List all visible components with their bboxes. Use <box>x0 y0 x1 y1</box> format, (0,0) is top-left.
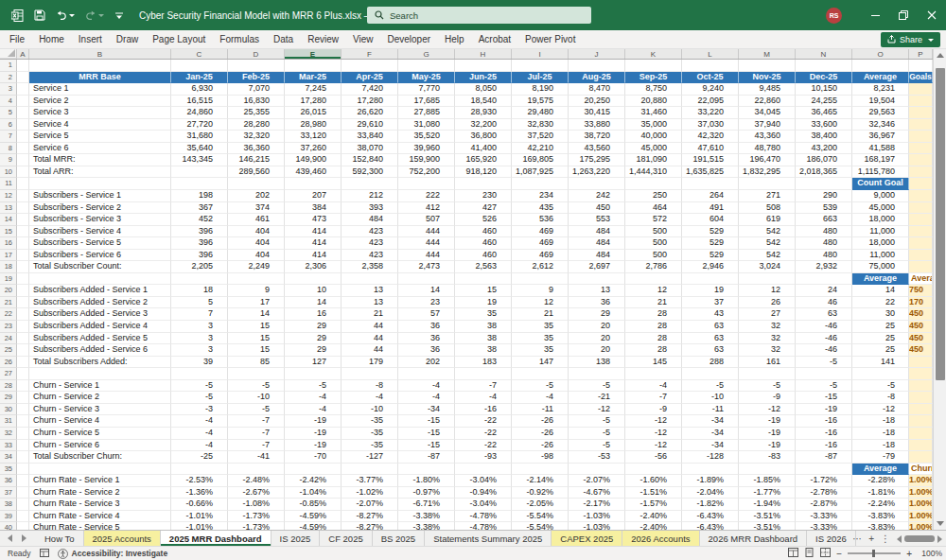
cell[interactable] <box>569 273 625 286</box>
cell[interactable]: 43 <box>682 308 739 321</box>
cell[interactable] <box>909 143 933 155</box>
accessibility-icon[interactable]: Accessibility: Investigate <box>58 549 168 559</box>
cell[interactable]: 33,840 <box>342 131 398 143</box>
cell[interactable]: -10 <box>342 404 398 416</box>
cell[interactable]: -2.07% <box>342 499 398 511</box>
cell[interactable]: -2.78% <box>796 487 852 499</box>
undo-dropdown-icon[interactable] <box>69 14 75 17</box>
cell[interactable]: -15 <box>398 440 455 452</box>
cell[interactable]: 35 <box>512 321 569 333</box>
sheet-tab-bs-2025[interactable]: BS 2025 <box>373 531 425 546</box>
cell[interactable]: 28,980 <box>285 119 342 131</box>
cell[interactable]: 27,885 <box>398 107 455 119</box>
cell[interactable] <box>285 60 342 72</box>
cell[interactable]: 186,070 <box>796 154 852 166</box>
vertical-scrollbar[interactable] <box>933 49 946 530</box>
cell[interactable] <box>909 60 933 72</box>
row-label[interactable] <box>29 273 171 286</box>
cell[interactable]: -2.67% <box>228 487 285 499</box>
cell[interactable]: -21 <box>569 392 625 404</box>
column-header-C[interactable]: C <box>171 49 228 59</box>
cell[interactable]: 18,000 <box>852 214 909 226</box>
cell[interactable]: 161 <box>739 357 796 369</box>
cell[interactable]: 484 <box>342 214 398 226</box>
cell[interactable]: 7,420 <box>342 83 398 96</box>
cell[interactable] <box>17 178 29 190</box>
cell[interactable] <box>625 60 682 72</box>
cell[interactable]: 2,697 <box>569 261 625 273</box>
cell[interactable]: 168,197 <box>852 154 909 166</box>
cell[interactable]: -16 <box>796 440 852 452</box>
cell[interactable]: 24,255 <box>796 96 852 108</box>
more-sheets-button[interactable]: ⋯ <box>852 531 862 547</box>
cell[interactable]: 38 <box>455 321 512 333</box>
cell[interactable] <box>342 464 398 476</box>
cell[interactable]: 46 <box>796 297 852 309</box>
cell[interactable]: -34 <box>682 415 739 428</box>
row-header-9[interactable]: 9 <box>0 154 17 166</box>
column-header-E[interactable]: E <box>285 49 342 59</box>
cell[interactable] <box>17 511 29 523</box>
cell[interactable]: 18,000 <box>852 237 909 250</box>
cell[interactable]: -3.83% <box>852 511 909 523</box>
cell[interactable] <box>455 273 512 286</box>
cell[interactable]: 32 <box>739 344 796 357</box>
cell[interactable]: 414 <box>285 226 342 238</box>
cell[interactable] <box>17 202 29 215</box>
column-header-B[interactable]: B <box>29 49 171 59</box>
cell[interactable] <box>171 60 228 72</box>
cell[interactable] <box>17 428 29 440</box>
cell[interactable]: 32,200 <box>455 119 512 131</box>
cell[interactable] <box>17 250 29 262</box>
cell[interactable]: 147 <box>512 357 569 369</box>
row-label[interactable]: Churn - Service 1 <box>29 380 171 393</box>
cell[interactable] <box>739 368 796 380</box>
cell[interactable]: 450 <box>569 202 625 215</box>
cell[interactable]: -4.59% <box>285 522 342 530</box>
cell[interactable]: -2.42% <box>285 475 342 487</box>
cell[interactable] <box>17 131 29 143</box>
cell[interactable]: -7 <box>228 415 285 428</box>
cell[interactable]: 39,960 <box>398 143 455 155</box>
cell[interactable] <box>739 273 796 286</box>
cell[interactable]: 414 <box>285 250 342 262</box>
menu-item-developer[interactable]: Developer <box>387 34 430 44</box>
cell[interactable]: 12 <box>625 285 682 297</box>
cell[interactable]: 44 <box>342 321 398 333</box>
cell[interactable]: 63 <box>796 308 852 321</box>
row-header-33[interactable]: 33 <box>0 440 17 452</box>
cell[interactable]: -19 <box>739 428 796 440</box>
cell[interactable]: 14 <box>285 297 342 309</box>
row-header-40[interactable]: 40 <box>0 522 17 530</box>
cell[interactable]: 18,540 <box>455 96 512 108</box>
row-header-18[interactable]: 18 <box>0 261 17 273</box>
cell[interactable]: 8,750 <box>625 83 682 96</box>
row-header-23[interactable]: 23 <box>0 321 17 333</box>
cell[interactable] <box>909 166 933 179</box>
cell[interactable] <box>171 166 228 179</box>
cell[interactable]: 25 <box>852 321 909 333</box>
row-header-39[interactable]: 39 <box>0 511 17 523</box>
row-header-27[interactable]: 27 <box>0 368 17 380</box>
redo-icon[interactable] <box>83 6 106 25</box>
cell[interactable]: 1.00% <box>909 511 933 523</box>
menu-item-acrobat[interactable]: Acrobat <box>479 34 511 44</box>
cell[interactable]: Oct-25 <box>682 72 739 84</box>
row-label[interactable]: Subscribers Added - Service 3 <box>29 308 171 321</box>
cell[interactable] <box>17 357 29 369</box>
row-header-30[interactable]: 30 <box>0 404 17 416</box>
cell[interactable]: -5 <box>512 380 569 393</box>
cell[interactable]: -2.48% <box>228 475 285 487</box>
cell[interactable]: 396 <box>171 250 228 262</box>
cell[interactable]: -19 <box>739 440 796 452</box>
cell[interactable]: 24 <box>796 285 852 297</box>
cell[interactable]: 37,030 <box>682 119 739 131</box>
row-header-28[interactable]: 28 <box>0 380 17 393</box>
cell[interactable] <box>909 107 933 119</box>
cell[interactable]: -53 <box>569 451 625 464</box>
menu-item-review[interactable]: Review <box>307 34 339 44</box>
vertical-scroll-thumb[interactable] <box>936 68 945 380</box>
row-header-11[interactable]: 11 <box>0 178 17 190</box>
cell[interactable]: 484 <box>569 226 625 238</box>
cell[interactable]: 141 <box>852 357 909 369</box>
